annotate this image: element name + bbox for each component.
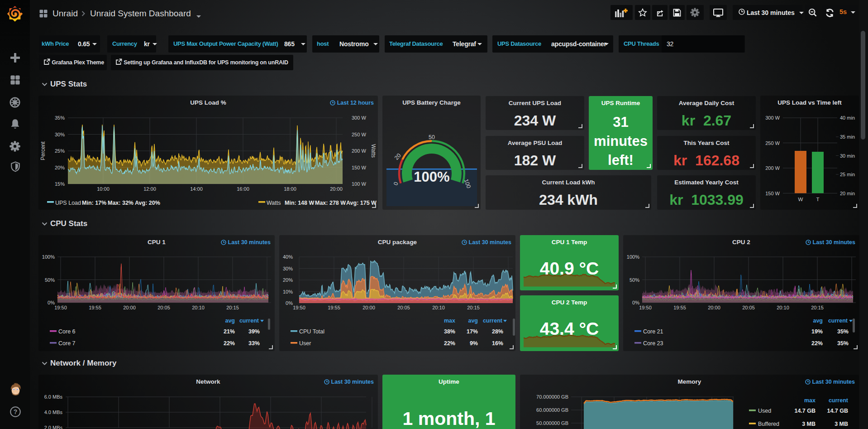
svg-text:19:55: 19:55	[673, 305, 686, 310]
svg-text:Max: 32%: Max: 32%	[108, 200, 134, 206]
svg-text:20:05: 20:05	[397, 305, 410, 310]
svg-text:150 W: 150 W	[352, 165, 366, 170]
svg-text:10:00: 10:00	[97, 186, 110, 192]
svg-text:14.7 GB: 14.7 GB	[794, 408, 816, 414]
svg-text:CPU Total: CPU Total	[299, 328, 324, 335]
svg-text:W: W	[798, 197, 803, 202]
svg-text:20:05: 20:05	[157, 305, 170, 310]
svg-text:Core 23: Core 23	[643, 340, 663, 347]
svg-text:T: T	[816, 197, 819, 202]
svg-text:?: ?	[14, 408, 18, 415]
svg-text:18:00: 18:00	[284, 186, 296, 192]
svg-text:3 MB: 3 MB	[802, 421, 816, 427]
svg-text:avg: avg	[813, 318, 823, 324]
svg-text:Watts: Watts	[370, 144, 377, 158]
svg-text:20:10: 20:10	[777, 305, 789, 310]
svg-text:16:00: 16:00	[237, 186, 249, 192]
svg-text:200 W: 200 W	[352, 148, 366, 154]
svg-text:20: 20	[393, 152, 402, 161]
svg-text:20 min: 20 min	[840, 191, 855, 196]
svg-text:19:50: 19:50	[293, 305, 305, 310]
svg-text:39%: 39%	[248, 328, 260, 335]
svg-text:20%: 20%	[283, 277, 293, 283]
svg-text:19:55: 19:55	[89, 305, 101, 310]
svg-text:current: current	[239, 318, 259, 324]
svg-text:22%: 22%	[224, 340, 235, 347]
svg-text:20:15: 20:15	[467, 305, 480, 310]
svg-text:10%: 10%	[283, 289, 293, 294]
svg-text:20:00: 20:00	[708, 305, 720, 310]
svg-text:21%: 21%	[224, 328, 235, 335]
svg-text:250 W: 250 W	[352, 132, 366, 137]
svg-text:2.0 MBs: 2.0 MBs	[44, 425, 63, 429]
svg-text:50%: 50%	[630, 277, 639, 283]
svg-text:50.000000 GB: 50.000000 GB	[536, 420, 568, 426]
svg-text:0%: 0%	[286, 300, 293, 306]
svg-text:40%: 40%	[283, 254, 293, 260]
svg-text:max: max	[804, 397, 816, 404]
svg-text:3 MB: 3 MB	[835, 421, 848, 427]
svg-text:Percent: Percent	[40, 141, 46, 160]
svg-text:22%: 22%	[811, 340, 823, 347]
svg-text:Core 6: Core 6	[58, 328, 76, 335]
svg-text:4.0 MBs: 4.0 MBs	[44, 410, 63, 415]
svg-text:current: current	[829, 397, 849, 404]
svg-text:50: 50	[429, 134, 435, 140]
svg-text:20%: 20%	[55, 165, 65, 170]
svg-text:Avg: 20%: Avg: 20%	[135, 200, 160, 206]
svg-text:max: max	[444, 318, 455, 324]
svg-text:0%: 0%	[48, 300, 55, 305]
svg-text:15%: 15%	[55, 181, 65, 187]
svg-text:22%: 22%	[444, 340, 455, 347]
svg-text:Min: 17%: Min: 17%	[82, 200, 106, 206]
svg-text:6.0 MBs: 6.0 MBs	[44, 394, 63, 400]
svg-text:28%: 28%	[492, 328, 503, 335]
svg-text:19:50: 19:50	[54, 305, 67, 310]
svg-text:Watts: Watts	[267, 200, 281, 206]
svg-text:30 min: 30 min	[840, 153, 855, 159]
svg-text:20:15: 20:15	[226, 305, 239, 310]
svg-text:Core 7: Core 7	[58, 340, 76, 347]
svg-text:19:50: 19:50	[639, 305, 652, 310]
svg-text:38%: 38%	[444, 328, 455, 335]
svg-text:50%: 50%	[45, 277, 55, 283]
svg-text:20:05: 20:05	[742, 305, 755, 310]
svg-text:150 W: 150 W	[765, 191, 780, 196]
svg-text:200 W: 200 W	[765, 165, 780, 171]
svg-text:current: current	[483, 318, 503, 324]
svg-text:33%: 33%	[248, 340, 260, 347]
svg-text:35%: 35%	[837, 340, 849, 347]
svg-text:19:55: 19:55	[328, 305, 340, 310]
svg-text:35 min: 35 min	[840, 134, 855, 140]
svg-text:avg: avg	[225, 318, 235, 324]
svg-text:14.7 GB: 14.7 GB	[827, 408, 848, 414]
svg-text:avg: avg	[468, 318, 478, 324]
svg-text:60.000000 GB: 60.000000 GB	[536, 407, 568, 413]
svg-text:16%: 16%	[492, 340, 503, 347]
svg-text:UPS Load: UPS Load	[55, 200, 81, 206]
svg-text:Core 21: Core 21	[643, 328, 663, 335]
svg-text:250 W: 250 W	[765, 140, 780, 146]
svg-text:40 min: 40 min	[840, 115, 855, 121]
svg-text:20:15: 20:15	[811, 305, 824, 310]
svg-text:30%: 30%	[283, 266, 293, 271]
svg-text:Buffered: Buffered	[758, 421, 779, 427]
svg-text:Used: Used	[758, 408, 771, 414]
svg-text:17%: 17%	[467, 328, 478, 335]
svg-text:14:00: 14:00	[190, 186, 203, 192]
svg-text:20:00: 20:00	[123, 305, 136, 310]
svg-text:20:00: 20:00	[330, 186, 343, 192]
svg-text:100%: 100%	[627, 254, 639, 260]
svg-text:300 W: 300 W	[765, 115, 780, 121]
svg-text:20:10: 20:10	[432, 305, 445, 310]
svg-text:20:10: 20:10	[192, 305, 205, 310]
svg-text:35%: 35%	[837, 328, 849, 335]
svg-text:9%: 9%	[470, 340, 478, 347]
svg-text:0%: 0%	[632, 300, 639, 305]
svg-text:100%: 100%	[414, 169, 449, 185]
svg-text:Min: 148 W: Min: 148 W	[285, 200, 314, 206]
svg-text:35%: 35%	[55, 115, 65, 121]
svg-text:25 min: 25 min	[840, 172, 855, 177]
svg-text:300 W: 300 W	[352, 115, 366, 121]
svg-text:70.000000 GB: 70.000000 GB	[536, 394, 568, 400]
